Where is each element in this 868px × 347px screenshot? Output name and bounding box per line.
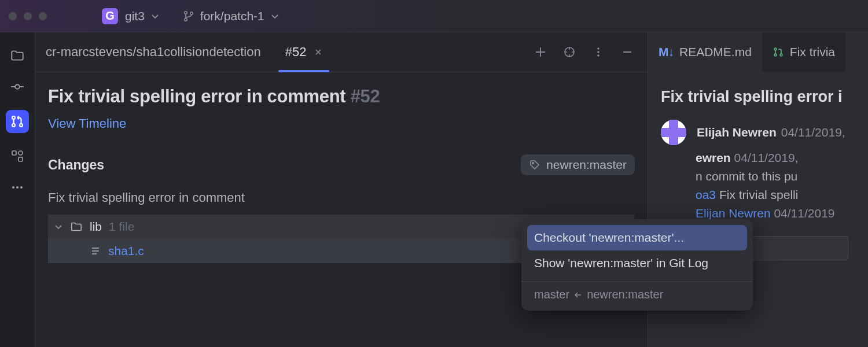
svg-point-16 bbox=[597, 54, 599, 57]
tag-icon bbox=[529, 159, 540, 171]
right-tabs: M↓ README.md Fix trivia bbox=[648, 32, 868, 72]
window-controls bbox=[9, 12, 47, 20]
file-icon bbox=[90, 245, 101, 257]
breadcrumb[interactable]: cr-marcstevens/sha1collisiondetection bbox=[46, 45, 261, 60]
traffic-zoom[interactable] bbox=[39, 12, 47, 20]
main-area: cr-marcstevens/sha1collisiondetection #5… bbox=[0, 32, 868, 347]
rail-commit[interactable] bbox=[9, 79, 25, 95]
branch-name: fork/patch-1 bbox=[200, 9, 264, 23]
author-name: Elijah Newren bbox=[697, 125, 777, 139]
center-pane: cr-marcstevens/sha1collisiondetection #5… bbox=[35, 32, 648, 347]
tab-readme[interactable]: M↓ README.md bbox=[648, 32, 762, 72]
rail-apps[interactable] bbox=[9, 148, 25, 164]
tab-bar: cr-marcstevens/sha1collisiondetection #5… bbox=[35, 32, 648, 72]
close-icon[interactable] bbox=[314, 48, 322, 56]
arrow-left-icon bbox=[574, 291, 582, 299]
folder-name: lib bbox=[90, 220, 102, 234]
timeline-event: ewren 04/11/2019, n commit to this pu oa… bbox=[696, 151, 868, 220]
svg-rect-7 bbox=[12, 151, 16, 155]
pull-request-icon bbox=[773, 46, 784, 58]
new-button[interactable] bbox=[532, 43, 549, 61]
rail-folder[interactable] bbox=[9, 47, 25, 64]
svg-rect-8 bbox=[19, 157, 23, 161]
menu-separator bbox=[521, 282, 753, 282]
svg-point-9 bbox=[19, 151, 23, 155]
rail-more[interactable] bbox=[9, 179, 25, 195]
tab-label: #52 bbox=[285, 45, 307, 60]
svg-point-0 bbox=[185, 11, 187, 13]
pr-number: #52 bbox=[351, 86, 380, 106]
file-name: sha1.c bbox=[108, 244, 144, 258]
context-menu: Checkout 'newren:master'... Show 'newren… bbox=[521, 219, 753, 311]
svg-point-15 bbox=[597, 51, 599, 53]
pr-title: Fix trivial spelling error in comment #5… bbox=[48, 86, 635, 107]
repo-name: git3 bbox=[125, 9, 145, 23]
folder-icon bbox=[70, 220, 83, 233]
markdown-icon: M↓ bbox=[659, 45, 674, 59]
pr-description: Fix trivial spelling error in comment bbox=[48, 190, 635, 205]
kebab-menu[interactable] bbox=[590, 43, 607, 61]
chevron-down-icon bbox=[150, 12, 160, 21]
svg-point-6 bbox=[20, 124, 23, 127]
changes-heading: Changes bbox=[48, 157, 104, 173]
svg-point-3 bbox=[15, 84, 20, 89]
target-button[interactable] bbox=[561, 43, 578, 61]
timeline-author-node: Elijah Newren04/11/2019, bbox=[661, 120, 868, 145]
svg-point-20 bbox=[780, 54, 782, 56]
tab-pr-detail[interactable]: Fix trivia bbox=[762, 32, 845, 72]
svg-point-4 bbox=[12, 116, 15, 119]
chevron-down-icon bbox=[54, 222, 63, 231]
menu-show-git-log[interactable]: Show 'newren:master' in Git Log bbox=[521, 250, 753, 276]
repo-badge: G bbox=[102, 8, 118, 24]
svg-point-19 bbox=[774, 54, 777, 56]
author-date: 04/11/2019, bbox=[781, 125, 845, 139]
file-count: 1 file bbox=[109, 220, 134, 234]
right-title: Fix trivial spelling error i bbox=[661, 88, 855, 106]
menu-checkout[interactable]: Checkout 'newren:master'... bbox=[527, 225, 747, 250]
commit-author-link[interactable]: Elijan Newren bbox=[696, 206, 771, 220]
view-timeline-link[interactable]: View Timeline bbox=[48, 116, 126, 131]
rail-pull-requests[interactable] bbox=[6, 110, 29, 133]
svg-point-1 bbox=[185, 18, 187, 20]
svg-point-18 bbox=[774, 48, 777, 50]
traffic-close[interactable] bbox=[9, 12, 17, 20]
svg-point-2 bbox=[190, 12, 193, 14]
traffic-minimize[interactable] bbox=[24, 12, 32, 20]
titlebar: G git3 fork/patch-1 bbox=[0, 0, 868, 32]
svg-point-12 bbox=[20, 186, 23, 189]
branch-icon bbox=[183, 10, 194, 22]
svg-point-5 bbox=[12, 124, 15, 127]
branch-tag-label: newren:master bbox=[546, 158, 627, 172]
repo-selector[interactable]: git3 bbox=[125, 9, 160, 23]
changes-header: Changes newren:master bbox=[48, 154, 635, 175]
tab-pr-52[interactable]: #52 bbox=[278, 32, 330, 72]
branch-tag[interactable]: newren:master bbox=[521, 154, 635, 175]
svg-point-14 bbox=[597, 47, 599, 50]
svg-point-11 bbox=[16, 186, 19, 189]
avatar bbox=[661, 120, 686, 145]
left-rail bbox=[0, 32, 35, 347]
menu-merge-info: master newren:master bbox=[521, 288, 753, 301]
svg-point-10 bbox=[12, 186, 14, 189]
collapse-button[interactable] bbox=[619, 43, 636, 61]
pr-content: Fix trivial spelling error in comment #5… bbox=[35, 72, 648, 263]
branch-selector[interactable]: fork/patch-1 bbox=[183, 9, 279, 23]
commit-hash[interactable]: oa3 bbox=[696, 188, 716, 201]
svg-point-17 bbox=[532, 163, 534, 164]
chevron-down-icon bbox=[270, 12, 279, 21]
